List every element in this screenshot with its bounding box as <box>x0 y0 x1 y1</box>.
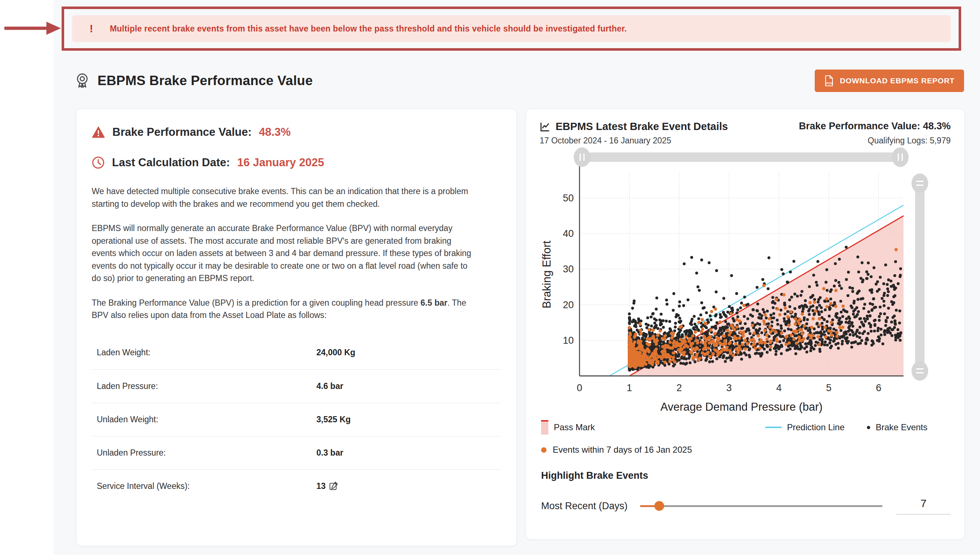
chart-legend: Pass Mark Prediction Line Brake Events <box>540 420 951 435</box>
last-calc-stat-row: Last Calculation Date: 16 January 2025 <box>92 156 501 169</box>
bpv-stat-row: Brake Performance Value: 48.3% <box>92 125 501 139</box>
legend-recent-events: Events within 7 days of 16 Jan 2025 <box>540 445 951 455</box>
alert-text: Multiple recent brake events from this a… <box>110 24 627 34</box>
svg-text:20: 20 <box>563 300 574 310</box>
row-value: 4.6 bar <box>317 381 343 391</box>
most-recent-days-input[interactable]: 7 <box>896 497 951 515</box>
legend-pass-mark: Pass Mark <box>541 420 595 435</box>
award-icon <box>74 72 90 89</box>
annotation-highlight-box: ! Multiple recent brake events from this… <box>62 7 961 51</box>
row-label: Unladen Pressure: <box>92 448 317 458</box>
line-chart-icon <box>540 121 550 132</box>
svg-text:40: 40 <box>563 228 574 239</box>
y-range-slider[interactable] <box>911 173 928 381</box>
table-row-unladen-pressure: Unladen Pressure: 0.3 bar <box>92 436 501 469</box>
y-range-slider-bottom-handle[interactable] <box>911 361 928 381</box>
brake-events-dot <box>867 426 870 429</box>
x-range-slider-right-handle[interactable] <box>892 147 908 167</box>
download-ebpms-report-button[interactable]: PDF DOWNLOAD EBPMS REPORT <box>815 70 964 92</box>
highlight-brake-events-heading: Highlight Brake Events <box>540 470 951 481</box>
brake-events-scatter-chart: 10203040500123456Braking EffortAverage D… <box>540 147 951 419</box>
x-range-slider[interactable] <box>574 147 908 167</box>
row-label: Laden Pressure: <box>92 381 317 391</box>
svg-text:5: 5 <box>826 383 831 393</box>
legend-prediction-line: Prediction Line <box>765 422 845 432</box>
chart-header: EBPMS Latest Brake Event Details 17 Octo… <box>540 121 951 146</box>
page-title: EBPMS Brake Performance Value <box>98 73 313 88</box>
chart-bpv-value: Brake Performance Value: 48.3% <box>799 121 951 132</box>
table-row-service-interval: Service Interval (Weeks): 13 <box>92 469 501 503</box>
summary-paragraph-1: We have detected multiple consecutive br… <box>92 185 477 210</box>
chart-title-row: EBPMS Latest Brake Event Details <box>540 121 728 132</box>
table-row-laden-weight: Laden Weight: 24,000 Kg <box>92 336 501 370</box>
most-recent-days-control: Most Recent (Days) 7 <box>540 497 951 515</box>
svg-text:30: 30 <box>563 264 574 275</box>
legend-brake-events: Brake Events <box>867 422 928 432</box>
x-range-slider-left-handle[interactable] <box>574 147 590 167</box>
svg-text:1: 1 <box>627 383 632 393</box>
alert-exclamation-icon: ! <box>90 23 93 35</box>
summary-paragraph-2: EBPMS will normally generate an accurate… <box>92 222 477 285</box>
svg-text:PDF: PDF <box>826 81 833 85</box>
row-value: 0.3 bar <box>317 448 343 458</box>
row-value: 24,000 Kg <box>317 348 355 357</box>
load-plate-table: Laden Weight: 24,000 Kg Laden Pressure: … <box>92 336 501 503</box>
svg-text:2: 2 <box>677 383 682 393</box>
svg-text:50: 50 <box>563 193 574 204</box>
last-calc-label: Last Calculation Date: <box>112 156 230 169</box>
y-range-slider-top-handle[interactable] <box>911 173 928 193</box>
warning-triangle-icon <box>92 126 105 138</box>
brake-event-chart-card: EBPMS Latest Brake Event Details 17 Octo… <box>526 109 965 540</box>
bpv-value: 48.3% <box>259 125 291 139</box>
clock-icon <box>92 156 105 169</box>
summary-paragraph-3: The Braking Performance Value (BPV) is a… <box>92 296 477 322</box>
row-value: 3,525 Kg <box>317 415 351 425</box>
last-calc-value: 16 January 2025 <box>237 156 324 169</box>
row-label: Laden Weight: <box>92 348 317 357</box>
svg-text:4: 4 <box>776 383 782 393</box>
annotation-arrow-icon <box>2 18 62 38</box>
most-recent-days-label: Most Recent (Days) <box>541 500 628 512</box>
chart-qualifying-logs: Qualifying Logs: 5,979 <box>799 136 951 146</box>
most-recent-days-slider-handle[interactable] <box>655 501 664 511</box>
most-recent-days-slider-track[interactable] <box>640 505 882 507</box>
row-label: Service Interval (Weeks): <box>92 481 317 491</box>
pdf-file-icon: PDF <box>824 75 834 86</box>
page-header: EBPMS Brake Performance Value PDF DOWNLO… <box>74 68 964 93</box>
row-value: 13 <box>317 481 338 491</box>
brake-performance-summary-card: Brake Performance Value: 48.3% Last Calc… <box>76 109 517 546</box>
edit-icon[interactable] <box>329 481 338 491</box>
svg-text:10: 10 <box>563 335 574 346</box>
prediction-line-swatch <box>765 427 782 428</box>
svg-text:3: 3 <box>726 383 732 393</box>
svg-text:0: 0 <box>577 383 582 393</box>
table-row-unladen-weight: Unladen Weight: 3,525 Kg <box>92 403 501 436</box>
alert-banner: ! Multiple recent brake events from this… <box>72 15 951 42</box>
recent-events-dot <box>541 447 547 453</box>
y-axis-title: Braking Effort <box>541 241 553 309</box>
bpv-label: Brake Performance Value: <box>112 125 252 139</box>
row-label: Unladen Weight: <box>92 415 317 425</box>
download-button-label: DOWNLOAD EBPMS REPORT <box>840 77 955 85</box>
chart-title: EBPMS Latest Brake Event Details <box>555 121 728 132</box>
svg-text:6: 6 <box>876 383 881 393</box>
coupling-head-pressure-value: 6.5 bar <box>420 298 447 308</box>
chart-date-range: 17 October 2024 - 16 January 2025 <box>540 136 728 146</box>
x-axis-title: Average Demand Pressure (bar) <box>660 401 822 413</box>
table-row-laden-pressure: Laden Pressure: 4.6 bar <box>92 370 501 403</box>
pass-mark-swatch <box>541 420 548 435</box>
